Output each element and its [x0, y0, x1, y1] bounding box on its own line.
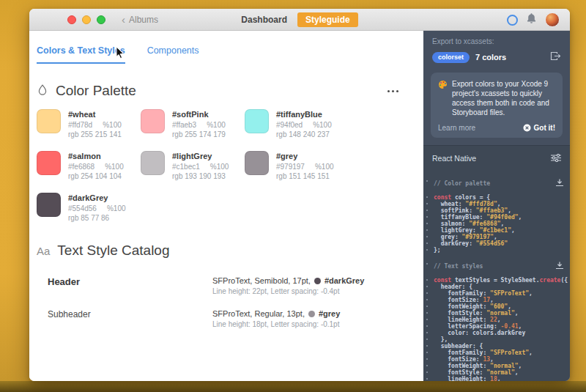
color-swatch[interactable] — [37, 109, 61, 133]
code-line: softPink: "#ffaeb3", — [434, 207, 564, 214]
framework-row: React Native — [423, 146, 570, 169]
zoom-window-button[interactable] — [97, 15, 105, 24]
text-style-name: Subheader — [48, 309, 212, 319]
code-export-region: React Native // Color palette const colo… — [423, 145, 570, 381]
color-name: #darkGrey — [68, 193, 126, 202]
code-line: fontFamily: "SFProText", — [434, 290, 564, 297]
color-opacity: %100 — [313, 121, 332, 129]
color-rgb: rgb 255 215 141 — [68, 130, 122, 138]
color-rgb: rgb 85 77 86 — [68, 214, 126, 222]
color-name: #lightGrey — [172, 152, 229, 160]
nav-tab-dashboard[interactable]: Dashboard — [241, 15, 287, 25]
color-rgb: rgb 148 240 237 — [276, 130, 332, 138]
tab-colors-text-styles[interactable]: Colors & Text Styles — [37, 45, 125, 64]
text-style-aa-icon: Aa — [37, 245, 50, 257]
got-it-label: Got it! — [534, 124, 555, 132]
code-section-1-header: // Color palette — [434, 177, 564, 190]
window-content: Colors & Text Styles Components Color Pa… — [29, 31, 570, 381]
color-hex: #94f0ed — [276, 121, 303, 129]
code-line: lineHeight: 18, — [434, 376, 564, 381]
app-window: ‹ Albums Dashboard Styleguide Colors & T… — [29, 9, 570, 381]
dismiss-circle-icon — [523, 124, 531, 132]
tab-components[interactable]: Components — [147, 45, 199, 64]
text-style-catalog-header: Aa Text Style Catalog — [37, 243, 401, 259]
code-line: fontStyle: "normal", — [434, 369, 564, 376]
text-style-color-dot — [314, 278, 321, 284]
color-palette-header: Color Palette — [37, 83, 401, 99]
code-line: const textStyles = StyleSheet.create({ — [434, 277, 564, 284]
color-swatch[interactable] — [245, 151, 269, 175]
code-line: letterSpacing: -0.41, — [434, 323, 564, 330]
styleguide-panel: Colors & Text Styles Components Color Pa… — [29, 31, 423, 381]
text-style-catalog-title: Text Style Catalog — [57, 243, 169, 259]
nav-tab-styleguide[interactable]: Styleguide — [297, 12, 358, 27]
palette-emoji-icon — [438, 79, 448, 117]
download-text-styles-icon[interactable] — [555, 259, 564, 273]
notifications-bell-icon[interactable] — [526, 12, 537, 27]
code-line: color: colors.darkGrey — [434, 330, 564, 336]
droplet-icon — [37, 84, 48, 99]
code-area: // Color palette const colors = { wheat:… — [423, 169, 570, 381]
color-name: #softPink — [172, 110, 226, 119]
color-swatch[interactable] — [141, 109, 165, 133]
note-text: Export colors to your Xcode 9 project's … — [452, 79, 555, 117]
learn-more-link[interactable]: Learn more — [438, 124, 475, 132]
color-card: #tiffanyBlue #94f0ed%100 rgb 148 240 237 — [245, 109, 349, 138]
text-style-row: Subheader SFProText, Regular, 13pt, #gre… — [48, 309, 423, 328]
more-options-icon[interactable] — [385, 87, 401, 95]
color-card: #wheat #ffd78d%100 rgb 255 215 141 — [37, 109, 141, 138]
color-rgb: rgb 151 145 151 — [276, 172, 334, 180]
code-line: darkGrey: "#554d56" — [434, 240, 564, 247]
color-rgb: rgb 254 104 104 — [68, 172, 124, 180]
minimize-window-button[interactable] — [82, 15, 91, 24]
color-opacity: %100 — [207, 121, 226, 129]
styleguide-tabs: Colors & Text Styles Components — [37, 45, 423, 64]
export-label: Export to xcassets: — [432, 37, 561, 45]
color-rgb: rgb 255 174 179 — [172, 130, 226, 138]
text-style-rows: Header SFProText, Semibold, 17pt, #darkG… — [48, 276, 423, 328]
color-rgb: rgb 193 190 193 — [172, 172, 229, 180]
text-style-color-ref: #darkGrey — [324, 276, 364, 285]
code-line: header: { — [434, 284, 564, 290]
color-hex: #c1bec1 — [172, 163, 200, 171]
color-name: #salmon — [68, 152, 124, 160]
code-line: salmon: "#fe6868", — [434, 221, 564, 227]
code-section-2-header: // Text styles — [434, 259, 564, 273]
code-settings-sliders-icon[interactable] — [551, 152, 561, 165]
color-swatch[interactable] — [37, 151, 61, 175]
color-swatch[interactable] — [141, 151, 165, 175]
color-name: #wheat — [68, 110, 122, 119]
code-line: fontSize: 17, — [434, 297, 564, 303]
text-style-row: Header SFProText, Semibold, 17pt, #darkG… — [48, 276, 423, 295]
code-line: tiffanyBlue: "#94f0ed", — [434, 214, 564, 221]
text-style-spec: SFProText, Regular, 13pt, — [212, 309, 305, 318]
code-line: }; — [434, 247, 564, 254]
code-line: wheat: "#ffd78d", — [434, 201, 564, 207]
colors-count: 7 colors — [475, 53, 506, 62]
close-window-button[interactable] — [67, 15, 76, 24]
export-header: Export to xcassets: colorset 7 colors — [423, 31, 570, 70]
code-line: fontSize: 13, — [434, 356, 564, 363]
color-card: #softPink #ffaeb3%100 rgb 255 174 179 — [141, 109, 245, 138]
xcode-export-note: Export colors to your Xcode 9 project's … — [431, 73, 563, 138]
text-style-spec: SFProText, Semibold, 17pt, — [212, 276, 311, 285]
color-palette-comment: // Color palette — [434, 180, 490, 187]
colorset-badge: colorset — [432, 52, 470, 63]
code-line: subheader: { — [434, 343, 564, 350]
color-opacity: %100 — [107, 204, 126, 212]
text-style-name: Header — [48, 276, 212, 287]
back-to-albums[interactable]: ‹ Albums — [122, 15, 158, 25]
got-it-button[interactable]: Got it! — [523, 124, 555, 132]
color-swatch[interactable] — [37, 193, 61, 217]
user-avatar[interactable] — [545, 12, 560, 27]
color-card: #salmon #fe6868%100 rgb 254 104 104 — [37, 151, 141, 180]
back-chevron-icon: ‹ — [122, 16, 125, 23]
export-arrow-icon[interactable] — [550, 51, 561, 64]
download-color-palette-icon[interactable] — [555, 177, 564, 190]
color-swatch[interactable] — [245, 109, 269, 133]
color-hex: #ffaeb3 — [172, 121, 196, 129]
color-palette-title: Color Palette — [56, 83, 136, 99]
framework-name: React Native — [432, 154, 476, 163]
color-card: #grey #979197%100 rgb 151 145 151 — [245, 151, 349, 180]
status-ring-icon[interactable] — [507, 15, 518, 26]
